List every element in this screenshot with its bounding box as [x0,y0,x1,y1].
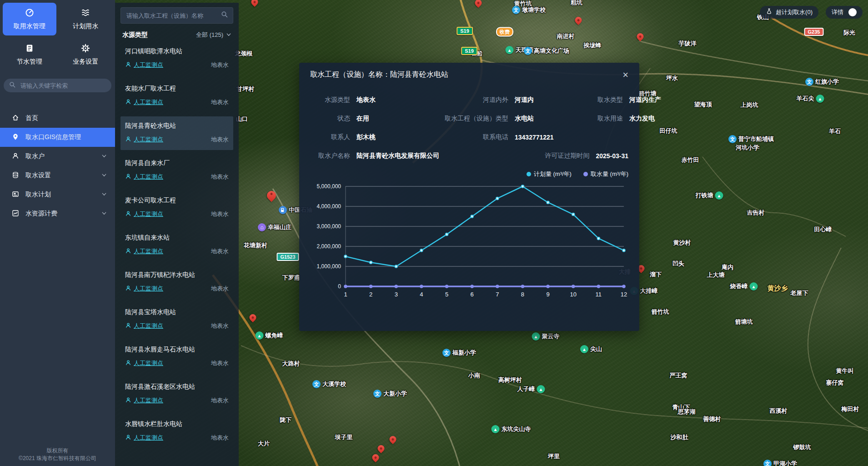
svg-text:11: 11 [596,291,602,298]
map-label-text: 田仔坑 [660,127,677,135]
map-label-大路村: 大路村 [282,360,300,368]
station-list-item[interactable]: 陆河县水唇走马石水电站人工监测点地表水 [120,340,233,374]
map-label-text: 幸福山庄 [268,223,291,231]
close-icon[interactable]: × [622,70,628,80]
detail-toggle[interactable]: 详情 [826,6,863,19]
legend-item[interactable]: 计划量 (m³/年) [527,170,572,178]
station-list-item[interactable]: 陆河县自来水厂人工监测点地表水 [120,154,233,187]
school-icon: 文 [763,460,772,466]
sidebar-item-首页[interactable]: 首页 [0,109,115,128]
map-label-高塘文化广场: 文高塘文化广场 [524,47,569,55]
sidebar-item-水资源计费[interactable]: 水资源计费 [0,204,115,223]
sidebar-menu: 首页取水口GIS信息管理取水户取水设置取水计划水资源计费 [0,109,115,223]
db-icon [12,171,19,180]
sidebar-item-取水计划[interactable]: 取水计划 [0,185,115,204]
station-list-item[interactable]: 河口镇唱歌潭水电站人工监测点地表水 [120,42,233,75]
station-filter-row: 水源类型 全部 (125) [122,31,231,39]
map-label-text: 严王窝 [670,371,687,380]
map-label-赤竹田: 赤竹田 [682,156,699,164]
station-list-item[interactable]: 东坑镇自来水站人工监测点地表水 [120,228,233,262]
station-search-input[interactable] [125,12,221,20]
svg-text:10: 10 [570,291,576,298]
monitor-point-link[interactable]: 人工监测点 [125,210,163,218]
field-value: 水电站 [515,115,575,123]
station-list-item[interactable]: 麦卡公司取水工程人工监测点地表水 [120,191,233,225]
field-label: 联系人 [310,133,350,141]
person-icon [125,61,131,69]
map-label-text: 普宁市船埔镇 [738,135,774,143]
toggle-knob[interactable] [848,8,857,16]
sidebar-item-取水户[interactable]: 取水户 [0,147,115,166]
monitor-point-label: 人工监测点 [134,247,163,256]
map-label-人子嶂: 人子嶂▲ [517,385,545,393]
map-label-黄牛叫: 黄牛叫 [836,367,854,375]
station-list-item[interactable]: 陆河县青砼水电站人工监测点地表水 [120,116,233,150]
map-label-text: 羊石 [829,127,841,135]
station-subrow: 人工监测点地表水 [125,285,229,293]
over-plan-button[interactable]: 超计划取水(0) [760,6,818,19]
monitor-point-link[interactable]: 人工监测点 [125,322,163,330]
map-label-text: 小南 [468,371,480,380]
map-label-花塘新村: 花塘新村 [244,241,267,250]
waves-icon [81,8,90,19]
map-label-text: 河坑小学 [736,144,759,152]
field-value: 13432771221 [515,134,575,141]
station-name: 陆河县青砼水电站 [125,122,229,130]
station-list-item[interactable]: 陆河县南万镇杞洋水电站人工监测点地表水 [120,266,233,299]
module-tile-计划用水[interactable]: 计划用水 [59,3,113,35]
monitor-point-link[interactable]: 人工监测点 [125,98,163,106]
mtn-icon: ▲ [580,345,588,353]
chevron-down-icon [226,32,231,39]
station-search[interactable] [120,7,233,24]
monitor-point-link[interactable]: 人工监测点 [125,396,163,405]
station-list-item[interactable]: 陆河县宝塔水电站人工监测点地表水 [120,303,233,336]
sidebar-search-input[interactable] [20,82,106,90]
map-label-text: 粗坑 [571,0,582,7]
legend-item[interactable]: 取水量 (m³/年) [583,170,628,178]
monitor-point-link[interactable]: 人工监测点 [125,61,163,69]
water-source-type: 地表水 [211,247,229,256]
map-label-大新小学: 文大新小学 [373,390,407,398]
station-name: 陆河县激石溪老区水电站 [125,383,229,391]
map-label-际光: 际光 [843,29,855,37]
legend-dot [583,172,588,176]
module-tile-业务设置[interactable]: 业务设置 [59,38,113,71]
map-label-聚云寺: ▲聚云寺 [532,332,560,341]
map-label-上岗坑: 上岗坑 [741,101,758,109]
field-label: 水源类型 [310,96,350,104]
monitor-point-link[interactable]: 人工监测点 [125,135,163,144]
detail-label: 详情 [832,8,843,16]
chevron-down-icon [101,210,107,217]
map-label-高树坪村: 高树坪村 [498,376,522,384]
map-label-text: 羊石尖 [797,95,814,103]
sidebar-item-取水口GIS信息管理[interactable]: 取水口GIS信息管理 [0,128,115,147]
monitor-point-link[interactable]: 人工监测点 [125,173,163,181]
map-label-text: 思茅湖 [678,408,696,416]
map-label-text: 打铁塘 [696,191,713,200]
filter-dropdown[interactable]: 全部 (125) [196,31,231,39]
monitor-point-link[interactable]: 人工监测点 [125,434,163,442]
module-tile-节水管理[interactable]: 节水管理 [3,38,56,71]
svg-text:9: 9 [546,291,549,298]
map-label-text: 挨垅蜂 [584,41,602,50]
map-label-text: 人子嶂 [517,385,535,393]
monitor-point-link[interactable]: 人工监测点 [125,247,163,256]
sidebar-search[interactable] [4,79,111,92]
water-source-type: 地表水 [211,135,229,144]
monitor-point-link[interactable]: 人工监测点 [125,359,163,367]
sidebar-item-取水设置[interactable]: 取水设置 [0,166,115,185]
module-tile-取用水管理[interactable]: 取用水管理 [3,3,56,35]
monitor-point-label: 人工监测点 [134,359,163,367]
map-label-text: 吉告村 [747,209,765,217]
map-label-打铁塘: 打铁塘▲ [696,191,723,200]
station-list-item[interactable]: 陆河县激石溪老区水电站人工监测点地表水 [120,377,233,411]
map-label-text: 红旗小学 [815,78,839,86]
monitor-point-label: 人工监测点 [134,434,163,442]
map-label-甲湖小学: 文甲湖小学 [763,460,797,466]
chartline-icon [12,210,19,218]
station-subrow: 人工监测点地表水 [125,247,229,256]
modal-field-row: 水源类型地表水河道内外河道内取水类型河道内生产 [310,95,628,105]
monitor-point-link[interactable]: 人工监测点 [125,285,163,293]
station-list-item[interactable]: 友能水厂取水工程人工监测点地表水 [120,79,233,113]
station-list-item[interactable]: 水唇镇水栏肚水电站人工监测点地表水 [120,415,233,448]
